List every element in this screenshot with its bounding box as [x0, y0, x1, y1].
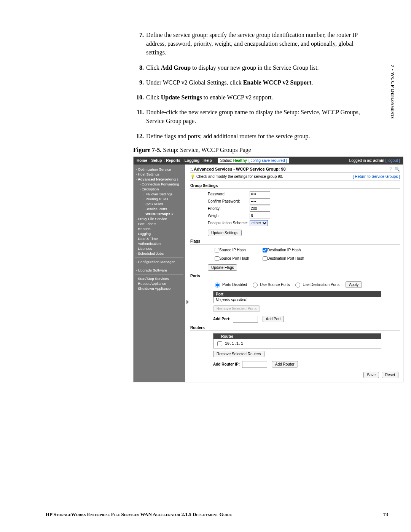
use-source-ports-radio[interactable]: [253, 283, 258, 288]
sidebar-item[interactable]: Licenses: [134, 246, 185, 251]
sidebar-link[interactable]: Reboot Appliance: [138, 281, 166, 286]
sidebar-item[interactable]: Optimization Service: [134, 167, 185, 172]
nav-item-reports[interactable]: Reports: [166, 158, 180, 163]
sidebar-link[interactable]: Optimization Service: [138, 167, 171, 171]
nav-item-home[interactable]: Home: [137, 158, 147, 163]
sidebar-link[interactable]: Upgrade Software: [138, 268, 167, 272]
password-input[interactable]: [250, 191, 270, 197]
sidebar-item[interactable]: Start/Stop Services: [134, 276, 185, 281]
sidebar-link[interactable]: Logging: [138, 232, 151, 236]
sidebar-link[interactable]: QoS Rules: [145, 202, 163, 206]
apply-ports-button[interactable]: Apply: [346, 281, 362, 288]
nav-item-setup[interactable]: Setup: [151, 158, 162, 163]
sidebar-item[interactable]: Configuration Manager: [134, 259, 185, 264]
figure-label: Figure 7-5.: [133, 147, 161, 153]
router-row: 10.1.1.1: [213, 339, 381, 348]
config-save-link[interactable]: [ config save required ]: [249, 158, 287, 163]
section-header-group-settings: Group Settings: [190, 184, 400, 189]
add-router-input[interactable]: [242, 361, 267, 368]
sidebar-item[interactable]: Peering Rules: [134, 197, 185, 201]
top-nav-bar: Home:Setup:Reports:Logging:Help Status: …: [134, 157, 403, 165]
sidebar-link[interactable]: Proxy File Service: [138, 217, 167, 221]
encap-select[interactable]: either: [250, 220, 268, 226]
sidebar-item[interactable]: Upgrade Software: [134, 268, 185, 273]
sidebar-link[interactable]: Date & Time: [138, 236, 158, 241]
dst-ip-hash-checkbox[interactable]: [263, 248, 267, 252]
sidebar-link[interactable]: Licenses: [138, 246, 152, 251]
src-ip-hash-checkbox[interactable]: [215, 248, 219, 252]
step-number: 11.: [133, 108, 146, 125]
sidebar-link[interactable]: WCCP Groups «: [145, 212, 173, 216]
use-destination-ports-radio[interactable]: [295, 283, 300, 288]
sidebar-link[interactable]: Host Settings: [138, 172, 159, 176]
ports-disabled-radio[interactable]: [215, 283, 220, 288]
priority-input[interactable]: [250, 206, 270, 212]
sidebar-link[interactable]: Connection Forwarding: [142, 182, 179, 186]
update-settings-button[interactable]: Update Settings: [208, 230, 242, 236]
sidebar-link[interactable]: Service Ports: [145, 207, 167, 211]
sidebar-link[interactable]: Peering Rules: [145, 197, 168, 201]
step-text: Click Update Settings to enable WCCP v2 …: [146, 93, 365, 102]
nav-item-help[interactable]: Help: [204, 158, 212, 163]
router-row-checkbox[interactable]: [217, 341, 222, 346]
sidebar-divider: [135, 274, 183, 275]
info-icon[interactable]: 🔍: [395, 167, 400, 172]
sidebar-item[interactable]: QoS Rules: [134, 201, 185, 206]
dst-port-hash-checkbox[interactable]: [263, 256, 267, 261]
step-number: 9.: [133, 78, 146, 87]
sidebar-item[interactable]: Port Labels: [134, 221, 185, 226]
app-screenshot: Home:Setup:Reports:Logging:Help Status: …: [133, 157, 403, 382]
weight-input[interactable]: [250, 213, 270, 219]
status-value: Healthy: [233, 158, 247, 163]
save-button[interactable]: Save: [363, 372, 379, 378]
step-text: Click Add Group to display your new grou…: [146, 63, 365, 72]
sidebar-link[interactable]: Failover Settings: [145, 192, 172, 196]
nav-item-logging[interactable]: Logging: [185, 158, 199, 163]
logout-link[interactable]: [ logout ]: [386, 158, 400, 163]
sidebar-link[interactable]: Shutdown Appliance: [138, 286, 170, 291]
sidebar-item[interactable]: Authentication: [134, 241, 185, 246]
src-ip-hash-label: Source IP Hash: [219, 248, 261, 252]
sidebar-item[interactable]: Failover Settings: [134, 192, 185, 197]
return-link[interactable]: [ Return to Service Groups ]: [353, 174, 400, 179]
priority-label: Priority:: [208, 206, 250, 211]
sidebar-item[interactable]: Shutdown Appliance: [134, 286, 185, 291]
update-flags-button[interactable]: Update Flags: [208, 264, 237, 271]
sidebar-link[interactable]: Reports: [138, 227, 150, 231]
src-port-hash-label: Source Port Hash: [219, 256, 261, 260]
sidebar-item[interactable]: Date & Time: [134, 236, 185, 241]
help-icon[interactable]: ❔: [388, 167, 393, 172]
reset-button[interactable]: Reset: [382, 372, 398, 378]
sidebar-link[interactable]: Port Labels: [138, 222, 156, 226]
add-port-button[interactable]: Add Port: [263, 316, 284, 322]
step-number: 7.: [133, 30, 146, 57]
src-port-hash-checkbox[interactable]: [215, 256, 219, 261]
ports-table-header: Port: [213, 291, 381, 297]
sidebar-item[interactable]: Host Settings: [134, 172, 185, 177]
step-number: 10.: [133, 93, 146, 102]
remove-routers-button[interactable]: Remove Selected Routers: [213, 351, 264, 357]
sidebar-item[interactable]: Encryption: [134, 187, 185, 192]
sidebar-item[interactable]: Connection Forwarding: [134, 182, 185, 187]
status-key: Status:: [220, 158, 232, 163]
sidebar-link[interactable]: Scheduled Jobs: [138, 251, 164, 256]
sidebar-item[interactable]: Logging: [134, 231, 185, 236]
sidebar-item[interactable]: Proxy File Service: [134, 216, 185, 221]
router-ip: 10.1.1.1: [225, 342, 243, 346]
sidebar-link[interactable]: Start/Stop Services: [138, 276, 169, 281]
sidebar-item[interactable]: Advanced Networking ↓: [134, 177, 185, 182]
confirm-password-input[interactable]: [250, 198, 270, 204]
add-port-input[interactable]: [233, 316, 258, 323]
sidebar-item[interactable]: Service Ports: [134, 206, 185, 211]
use-destination-ports-label: Use Destination Ports: [303, 283, 339, 287]
sidebar-item[interactable]: WCCP Groups «: [134, 211, 185, 216]
sidebar-item[interactable]: Reports: [134, 226, 185, 231]
sidebar-link[interactable]: Advanced Networking ↓: [138, 177, 178, 181]
sidebar-item[interactable]: Reboot Appliance: [134, 281, 185, 286]
sidebar-link[interactable]: Configuration Manager: [138, 260, 175, 264]
sidebar-item[interactable]: Scheduled Jobs: [134, 251, 185, 256]
sidebar-link[interactable]: Authentication: [138, 241, 161, 246]
sidebar-link[interactable]: Encryption: [142, 187, 159, 191]
add-router-button[interactable]: Add Router: [272, 361, 298, 367]
login-info: Logged in as: admin [ logout ]: [349, 158, 400, 163]
